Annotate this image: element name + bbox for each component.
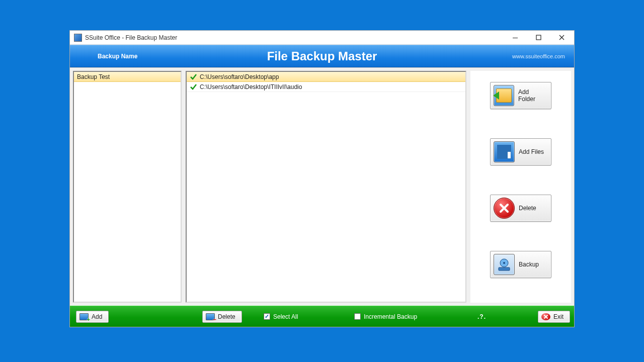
file-path: C:\Users\softaro\Desktop\ITIIIvII\audio [200, 83, 302, 90]
maximize-icon [536, 35, 541, 40]
window-controls [504, 32, 573, 44]
app-icon [74, 34, 82, 42]
exit-button[interactable]: Exit [538, 311, 570, 323]
backup-list-item[interactable]: Backup Test [74, 72, 181, 82]
backup-list-panel[interactable]: Backup Test [73, 71, 182, 303]
svg-rect-2 [499, 267, 510, 270]
folder-icon [494, 85, 514, 106]
page-title: File Backup Master [70, 49, 574, 63]
header-band: Backup Name File Backup Master www.ssuit… [70, 45, 574, 67]
file-list-item[interactable]: C:\Users\softaro\Desktop\ITIIIvII\audio [187, 82, 465, 92]
svg-rect-1 [536, 35, 541, 40]
close-icon [559, 35, 565, 40]
file-list-item[interactable]: C:\Users\softaro\Desktop\app [187, 72, 465, 82]
close-button[interactable] [550, 32, 573, 44]
side-button-panel: Add Folder Add Files Delete [470, 71, 571, 303]
delete-button[interactable]: Delete [490, 195, 551, 222]
delete-small-icon [206, 313, 215, 320]
files-icon [494, 141, 515, 162]
backup-item-label: Backup Test [77, 73, 110, 80]
help-button[interactable]: .?. [477, 313, 486, 320]
maximize-button[interactable] [527, 32, 550, 44]
select-all-checkbox[interactable]: Select All [264, 313, 298, 320]
add-folder-label: Add Folder [518, 88, 547, 103]
check-icon [190, 73, 197, 80]
add-backup-button[interactable]: Add [76, 311, 109, 323]
app-window: SSuite Office - File Backup Master Backu… [69, 30, 575, 327]
exit-label: Exit [553, 313, 564, 320]
svg-point-4 [503, 262, 505, 264]
checkbox-icon [354, 313, 361, 320]
minimize-button[interactable] [504, 32, 527, 44]
site-link[interactable]: www.ssuiteoffice.com [512, 53, 565, 59]
delete-backup-button[interactable]: Delete [202, 311, 242, 323]
delete-icon [494, 198, 515, 219]
window-title: SSuite Office - File Backup Master [85, 34, 177, 41]
file-list-panel[interactable]: C:\Users\softaro\Desktop\app C:\Users\so… [186, 71, 466, 303]
file-path: C:\Users\softaro\Desktop\app [200, 73, 279, 80]
bottom-toolbar: Add Delete Select All Incremental Backup… [70, 306, 574, 327]
add-files-button[interactable]: Add Files [490, 138, 551, 165]
add-files-label: Add Files [519, 148, 544, 155]
svg-rect-0 [513, 38, 518, 38]
backup-label: Backup [519, 261, 539, 268]
exit-icon [541, 313, 550, 320]
minimize-icon [512, 35, 518, 41]
add-label: Add [92, 313, 102, 320]
incremental-label: Incremental Backup [364, 313, 417, 320]
incremental-backup-checkbox[interactable]: Incremental Backup [354, 313, 417, 320]
backup-icon [494, 254, 515, 275]
work-area: Backup Test C:\Users\softaro\Desktop\app… [70, 67, 574, 306]
select-all-label: Select All [273, 313, 298, 320]
delete-small-label: Delete [218, 313, 235, 320]
check-icon [190, 83, 197, 90]
add-icon [79, 313, 89, 320]
titlebar: SSuite Office - File Backup Master [70, 31, 574, 45]
backup-button[interactable]: Backup [490, 251, 551, 278]
checkbox-icon [264, 313, 270, 320]
add-folder-button[interactable]: Add Folder [490, 82, 551, 109]
delete-label: Delete [519, 205, 536, 212]
title-left: SSuite Office - File Backup Master [74, 34, 177, 42]
